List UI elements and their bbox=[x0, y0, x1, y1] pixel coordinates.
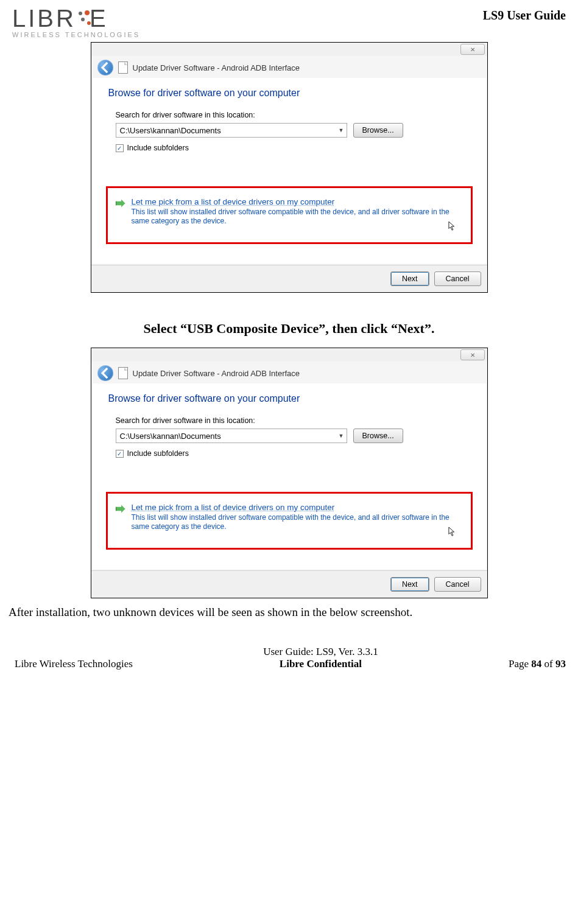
cursor-icon bbox=[448, 221, 457, 232]
logo-word: LIBR E bbox=[12, 6, 140, 30]
pick-from-list-option[interactable]: Let me pick from a list of device driver… bbox=[113, 500, 466, 537]
dialog-title: Update Driver Software - Android ADB Int… bbox=[133, 369, 300, 378]
include-subfolders-label: Include subfolders bbox=[127, 144, 189, 152]
footer-left: Libre Wireless Technologies bbox=[15, 658, 133, 670]
footer-page: Page 84 of 93 bbox=[509, 658, 566, 670]
next-button[interactable]: Next bbox=[390, 271, 429, 286]
page-total: 93 bbox=[555, 658, 566, 670]
page-icon bbox=[118, 61, 128, 74]
highlighted-option: Let me pick from a list of device driver… bbox=[106, 492, 473, 550]
document-header: LIBR E WIRELESS TECHNOLOGIES LS9 User Gu… bbox=[6, 6, 572, 42]
browse-button[interactable]: Browse... bbox=[353, 429, 403, 443]
search-location-label: Search for driver software in this locat… bbox=[116, 416, 473, 425]
footer-center: User Guide: LS9, Ver. 3.3.1 Libre Confid… bbox=[263, 646, 378, 670]
include-subfolders-checkbox[interactable]: ✓ bbox=[116, 144, 124, 152]
page-prefix: Page bbox=[509, 658, 531, 670]
back-button[interactable] bbox=[97, 365, 113, 381]
close-button[interactable]: ✕ bbox=[460, 349, 485, 360]
document-footer: Libre Wireless Technologies User Guide: … bbox=[6, 643, 572, 674]
include-subfolders-checkbox[interactable]: ✓ bbox=[116, 450, 124, 458]
instruction-step: Select “USB Composite Device”, then clic… bbox=[6, 321, 572, 337]
driver-dialog-2: ✕ Update Driver Software - Android ADB I… bbox=[91, 348, 488, 598]
option-title: Let me pick from a list of device driver… bbox=[132, 197, 460, 206]
back-button[interactable] bbox=[97, 60, 113, 75]
search-location-label: Search for driver software in this locat… bbox=[116, 111, 473, 119]
include-subfolders-label: Include subfolders bbox=[127, 449, 189, 458]
logo-subtitle: WIRELESS TECHNOLOGIES bbox=[12, 32, 140, 38]
option-description: This list will show installed driver sof… bbox=[132, 208, 460, 226]
page-number: 84 bbox=[531, 658, 541, 670]
pick-from-list-option[interactable]: Let me pick from a list of device driver… bbox=[113, 194, 466, 231]
next-button[interactable]: Next bbox=[390, 577, 429, 592]
dialog-titlebar: ✕ bbox=[91, 348, 487, 362]
footer-confidential: Libre Confidential bbox=[263, 658, 378, 670]
path-value: C:\Users\kannan\Documents bbox=[120, 432, 221, 441]
chevron-down-icon: ▼ bbox=[339, 127, 344, 133]
close-button[interactable]: ✕ bbox=[460, 44, 485, 55]
path-value: C:\Users\kannan\Documents bbox=[120, 126, 221, 135]
cursor-icon bbox=[448, 527, 457, 537]
cancel-button[interactable]: Cancel bbox=[434, 271, 481, 286]
cancel-button[interactable]: Cancel bbox=[434, 577, 481, 592]
browse-button[interactable]: Browse... bbox=[353, 123, 403, 138]
chevron-down-icon: ▼ bbox=[339, 433, 344, 439]
logo-dots-icon bbox=[79, 9, 92, 27]
page-icon bbox=[118, 367, 128, 379]
path-combobox[interactable]: C:\Users\kannan\Documents ▼ bbox=[116, 429, 347, 443]
guide-title: LS9 User Guide bbox=[483, 6, 566, 23]
after-install-text: After installation, two unknown devices … bbox=[9, 606, 569, 619]
footer-version: User Guide: LS9, Ver. 3.3.1 bbox=[263, 646, 378, 658]
dialog-heading: Browse for driver software on your compu… bbox=[108, 88, 473, 99]
path-combobox[interactable]: C:\Users\kannan\Documents ▼ bbox=[116, 123, 347, 138]
driver-dialog-1: ✕ Update Driver Software - Android ADB I… bbox=[91, 42, 488, 293]
option-title: Let me pick from a list of device driver… bbox=[132, 503, 460, 512]
dialog-title: Update Driver Software - Android ADB Int… bbox=[133, 63, 300, 72]
highlighted-option: Let me pick from a list of device driver… bbox=[106, 186, 473, 244]
dialog-heading: Browse for driver software on your compu… bbox=[108, 393, 473, 404]
libre-logo: LIBR E WIRELESS TECHNOLOGIES bbox=[12, 6, 140, 38]
page-mid: of bbox=[541, 658, 555, 670]
logo-text-part2: E bbox=[90, 6, 108, 30]
dialog-titlebar: ✕ bbox=[91, 43, 487, 56]
option-description: This list will show installed driver sof… bbox=[132, 513, 460, 531]
logo-text-part1: LIBR bbox=[12, 6, 76, 30]
